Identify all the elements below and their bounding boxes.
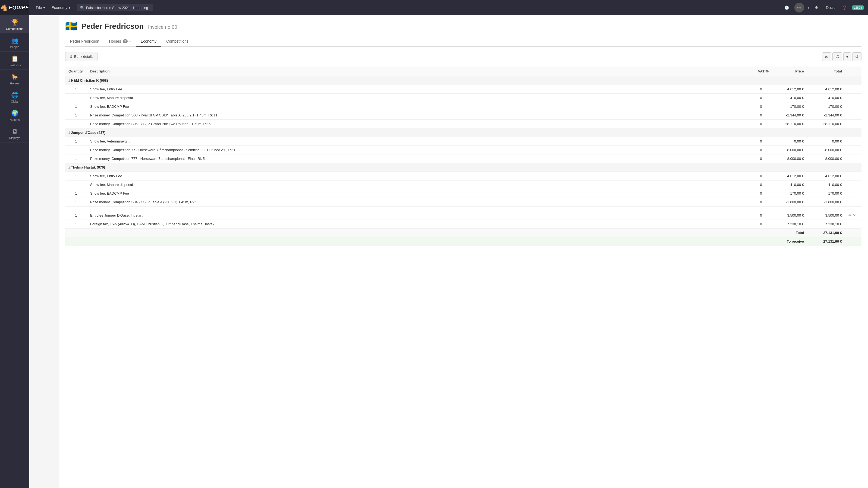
table-row: 1 Foreign tax, 15% (48254.00), H&M Chris… [65, 220, 862, 229]
group-name: ℹJumper d'Oase (437) [65, 128, 862, 137]
topbar-right: 🕐 FHS ▾ ⚙ Docs ❓ v2898 [782, 3, 864, 12]
event-logo-img: FHS [797, 6, 802, 9]
row-desc: Prize money, Competition S06 - CSI3* Gra… [87, 120, 750, 128]
people-icon: 👥 [11, 37, 19, 44]
chevron-down-icon: ▾ [68, 5, 70, 10]
tab-competitions-label: Competitions [166, 39, 188, 43]
row-actions [845, 94, 862, 102]
row-qty: 1 [65, 172, 87, 181]
sidebar-item-displays[interactable]: 🖥 Displays [0, 124, 29, 142]
row-qty: 1 [65, 181, 87, 189]
row-desc: Show fee, Entry Fee [87, 85, 750, 94]
total-value: -27.131,90 € [807, 229, 845, 237]
row-price: -8.000,00 € [772, 155, 807, 163]
settings-button[interactable]: ⚙ [813, 4, 820, 11]
app-logo[interactable]: 🐴 EQUIPE [0, 0, 29, 15]
file-menu-button[interactable]: File ▾ [34, 4, 47, 11]
page-title: Peder Fredricson Invoice no 60 [81, 22, 177, 31]
table-row: 1 Prize money, Competition S06 - CSI3* G… [65, 120, 862, 128]
row-qty: 1 [65, 220, 87, 229]
tab-horses[interactable]: Horses 3 ▾ [104, 36, 135, 47]
horses-icon: 🐎 [11, 73, 19, 80]
row-price: 4.612,00 € [772, 85, 807, 94]
sidebar-label-people: People [10, 45, 19, 48]
row-desc: Show fee, EADCMP Fee [87, 102, 750, 111]
email-button[interactable]: ✉ [822, 53, 831, 61]
row-total: 410,00 € [807, 94, 845, 102]
logo-text: EQUIPE [9, 5, 29, 10]
header-total: Total [807, 66, 845, 76]
sidebar-item-people[interactable]: 👥 People [0, 33, 29, 52]
content-area: 🇸🇪 Peder Fredricson Invoice no 60 Peder … [59, 15, 868, 251]
displays-icon: 🖥 [12, 128, 18, 135]
startlists-icon: 📋 [11, 55, 19, 62]
row-price: 7.238,10 € [772, 220, 807, 229]
invoice-table: Quantity Description VAT % Price Total ℹ… [65, 66, 862, 246]
nations-icon: 🌍 [11, 110, 19, 117]
row-vat: 0 [750, 137, 772, 146]
table-row: 1 Prize money, Competition 77 - Horsewar… [65, 146, 862, 155]
table-row: 1 Prize money, Competition 777 - Horsewa… [65, 155, 862, 163]
to-receive-label: To receive [65, 237, 807, 246]
tab-economy-label: Economy [141, 39, 156, 43]
clubs-icon: 🌐 [11, 92, 19, 99]
print-button[interactable]: 🖨 [832, 53, 842, 61]
row-qty: 1 [65, 146, 87, 155]
row-qty: 1 [65, 102, 87, 111]
table-row: 1 Prize money, Competition S03 - Kval ti… [65, 111, 862, 120]
docs-button[interactable]: Docs [824, 4, 837, 11]
print-dropdown-button[interactable]: ▾ [843, 53, 851, 61]
event-logo[interactable]: FHS [795, 3, 804, 12]
row-price: 410,00 € [772, 94, 807, 102]
row-desc: Show fee, Manure disposal [87, 94, 750, 102]
table-row: 1 Show fee, Manure disposal 0 410,00 € 4… [65, 181, 862, 189]
row-desc: Prize money, Competition S03 - Kval till… [87, 111, 750, 120]
row-price: 170,00 € [772, 102, 807, 111]
group-header-row: ℹJumper d'Oase (437) [65, 128, 862, 137]
sidebar-item-nations[interactable]: 🌍 Nations [0, 106, 29, 124]
row-actions [845, 189, 862, 198]
search-box[interactable]: 🔍 Falsterbo Horse Show 2021 - Hoppning [77, 4, 153, 11]
help-button[interactable]: ❓ [840, 4, 849, 11]
edit-icon[interactable]: ✏ [848, 213, 852, 218]
economy-menu-button[interactable]: Economy ▾ [50, 4, 72, 11]
tab-person-label: Peder Fredricson [70, 39, 99, 43]
main-content: 🇸🇪 Peder Fredricson Invoice no 60 Peder … [59, 15, 868, 488]
to-receive-value: 27.131,90 € [807, 237, 845, 246]
actions-bar: ⚙ Bank details ✉ 🖨 ▾ ↺ [65, 52, 862, 61]
row-actions [845, 85, 862, 94]
sidebar-item-clubs[interactable]: 🌐 Clubs [0, 88, 29, 106]
tab-person[interactable]: Peder Fredricson [65, 36, 104, 47]
row-actions [845, 120, 862, 128]
row-qty: 1 [65, 137, 87, 146]
row-qty: 1 [65, 120, 87, 128]
delete-icon[interactable]: ✕ [853, 213, 856, 218]
row-total: 170,00 € [807, 102, 845, 111]
topbar-menu: File ▾ Economy ▾ [34, 4, 72, 11]
row-desc: Show fee, EADCMP Fee [87, 189, 750, 198]
row-vat: 0 [750, 211, 772, 220]
tab-competitions[interactable]: Competitions [161, 36, 193, 47]
row-total: 170,00 € [807, 189, 845, 198]
sidebar-item-horses[interactable]: 🐎 Horses [0, 70, 29, 88]
tab-economy[interactable]: Economy [136, 36, 161, 47]
history-button[interactable]: 🕐 [782, 4, 791, 11]
page-header: 🇸🇪 Peder Fredricson Invoice no 60 [65, 21, 862, 32]
refresh-button[interactable]: ↺ [852, 53, 862, 61]
total-label: Total [65, 229, 807, 237]
row-price: -8.000,00 € [772, 146, 807, 155]
row-total: -28.110,00 € [807, 120, 845, 128]
sidebar-item-startlists[interactable]: 📋 Start lists [0, 52, 29, 70]
sidebar-label-clubs: Clubs [11, 100, 19, 103]
bank-details-button[interactable]: ⚙ Bank details [65, 52, 97, 61]
row-vat: 0 [750, 155, 772, 163]
row-qty: 1 [65, 189, 87, 198]
row-price: -1.800,00 € [772, 198, 807, 206]
row-qty: 1 [65, 211, 87, 220]
group-name: ℹThelma Hastak (670) [65, 163, 862, 172]
chevron-down-icon: ▾ [129, 40, 131, 43]
row-total: -8.000,00 € [807, 146, 845, 155]
row-qty: 1 [65, 94, 87, 102]
sidebar-item-competitions[interactable]: 🏆 Competitions [0, 15, 29, 33]
table-row: 1 Show fee, EADCMP Fee 0 170,00 € 170,00… [65, 189, 862, 198]
